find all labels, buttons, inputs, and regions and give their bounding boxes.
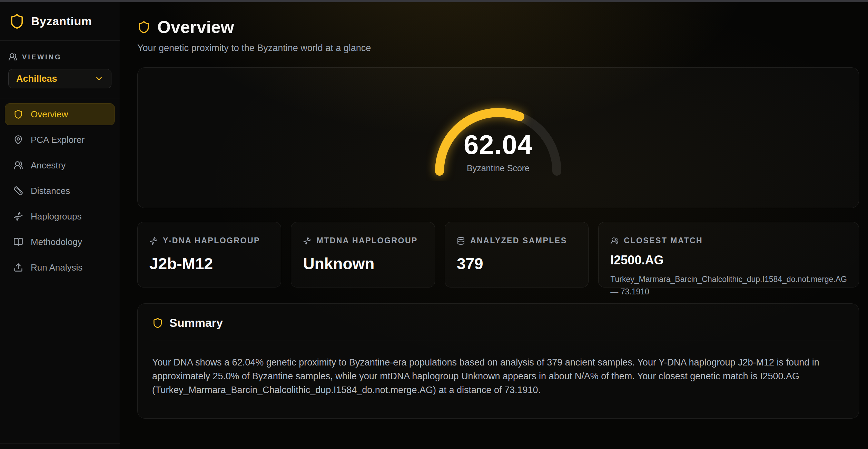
stat-value: I2500.AG [610, 253, 847, 267]
sidebar-item-pca-explorer[interactable]: PCA Explorer [5, 129, 115, 151]
stat-head: ANALYZED SAMPLES [457, 236, 576, 245]
sidebar-item-methodology[interactable]: Methodology [5, 231, 115, 253]
sidebar: Byzantium VIEWING Achilleas Overview [0, 2, 120, 449]
database-icon [457, 237, 465, 245]
stat-card-samples: ANALYZED SAMPLES 379 [445, 222, 589, 287]
byzantine-score-card: 62.04 Byzantine Score [137, 67, 859, 208]
stat-card-mtdna: MTDNA HAPLOGROUP Unknown [291, 222, 435, 287]
viewing-label: VIEWING [8, 52, 111, 61]
sidebar-item-label: PCA Explorer [31, 135, 85, 145]
stat-card-ydna: Y-DNA HAPLOGROUP J2b-M12 [137, 222, 281, 287]
stat-label: CLOSEST MATCH [624, 236, 703, 245]
viewing-section: VIEWING Achilleas [0, 41, 120, 98]
stat-value: 379 [457, 254, 576, 273]
users-icon [13, 160, 23, 170]
summary-title: Summary [169, 316, 223, 330]
dna-icon [303, 237, 311, 245]
sidebar-item-run-analysis[interactable]: Run Analysis [5, 256, 115, 279]
sidebar-item-label: Haplogroups [31, 211, 81, 222]
stat-head: Y-DNA HAPLOGROUP [149, 236, 269, 245]
sidebar-item-label: Distances [31, 186, 70, 196]
stats-row: Y-DNA HAPLOGROUP J2b-M12 MTDNA HAPLOGROU… [137, 222, 859, 287]
summary-card: Summary Your DNA shows a 62.04% genetic … [137, 303, 859, 419]
gauge-text: 62.04 Byzantine Score [426, 129, 571, 173]
sidebar-nav: Overview PCA Explorer Ancestry Distances… [0, 98, 120, 279]
dna-icon [149, 237, 158, 245]
stat-label: Y-DNA HAPLOGROUP [163, 236, 260, 245]
sidebar-item-label: Overview [31, 109, 68, 120]
viewing-label-text: VIEWING [22, 53, 62, 61]
main-content: Overview Your genetic proximity to the B… [120, 2, 868, 449]
page-title: Overview [157, 17, 234, 37]
stat-label: ANALYZED SAMPLES [470, 236, 567, 245]
app-logo: Byzantium [0, 2, 120, 41]
map-pin-icon [13, 135, 23, 145]
stat-value: Unknown [303, 254, 423, 273]
sidebar-item-overview[interactable]: Overview [5, 103, 115, 125]
sidebar-item-label: Run Analysis [31, 262, 82, 273]
app-root: Byzantium VIEWING Achilleas Overview [0, 2, 868, 449]
profile-select-value: Achilleas [16, 74, 57, 84]
window-top-strip [0, 0, 868, 2]
chevron-down-icon [95, 74, 103, 83]
users-icon [8, 52, 17, 61]
upload-icon [13, 263, 23, 272]
sidebar-item-label: Methodology [31, 237, 82, 247]
sidebar-item-haplogroups[interactable]: Haplogroups [5, 205, 115, 227]
summary-body: Your DNA shows a 62.04% genetic proximit… [152, 355, 840, 397]
users-icon [610, 237, 619, 245]
stat-card-closest-match: CLOSEST MATCH I2500.AG Turkey_Marmara_Ba… [598, 222, 859, 287]
dna-icon [13, 212, 23, 221]
closest-match-detail: Turkey_Marmara_Barcin_Chalcolithic_dup.I… [610, 273, 847, 298]
shield-icon [9, 13, 25, 29]
stat-value: J2b-M12 [149, 254, 269, 273]
gauge-label: Byzantine Score [426, 163, 571, 173]
app-title: Byzantium [31, 14, 92, 28]
stat-head: MTDNA HAPLOGROUP [303, 236, 423, 245]
sidebar-footer [0, 443, 120, 449]
sidebar-item-ancestry[interactable]: Ancestry [5, 154, 115, 176]
book-open-icon [13, 237, 23, 247]
gauge-value: 62.04 [426, 129, 571, 160]
sidebar-item-label: Ancestry [31, 160, 66, 171]
shield-icon [13, 109, 23, 119]
ruler-icon [13, 186, 23, 196]
sidebar-item-distances[interactable]: Distances [5, 180, 115, 202]
profile-select[interactable]: Achilleas [8, 69, 111, 88]
page-subtitle: Your genetic proximity to the Byzantine … [137, 43, 859, 53]
shield-icon [152, 318, 163, 329]
page-header: Overview [137, 17, 859, 37]
score-gauge: 62.04 Byzantine Score [426, 95, 571, 181]
stat-label: MTDNA HAPLOGROUP [316, 236, 417, 245]
shield-icon [137, 21, 150, 34]
summary-header: Summary [152, 316, 844, 341]
stat-head: CLOSEST MATCH [610, 236, 847, 245]
